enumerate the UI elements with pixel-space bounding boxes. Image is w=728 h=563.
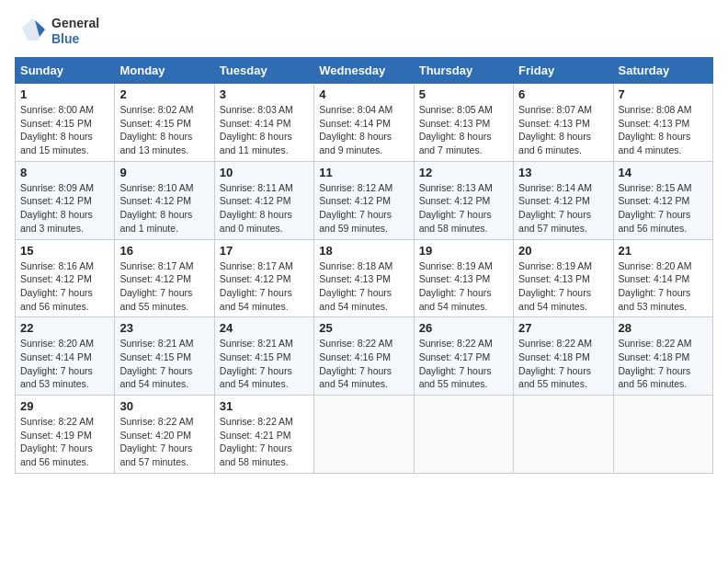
day-info: Sunrise: 8:19 AM Sunset: 4:13 PM Dayligh… bbox=[419, 259, 508, 314]
day-info: Sunrise: 8:02 AM Sunset: 4:15 PM Dayligh… bbox=[119, 103, 209, 157]
day-number: 16 bbox=[119, 244, 209, 258]
calendar-cell: 17 Sunrise: 8:17 AM Sunset: 4:12 PM Dayl… bbox=[214, 239, 313, 317]
calendar-cell: 1 Sunrise: 8:00 AM Sunset: 4:15 PM Dayli… bbox=[16, 84, 115, 162]
day-number: 10 bbox=[220, 166, 309, 179]
day-info: Sunrise: 8:22 AM Sunset: 4:19 PM Dayligh… bbox=[20, 415, 109, 469]
day-number: 1 bbox=[20, 87, 109, 101]
calendar-cell: 2 Sunrise: 8:02 AM Sunset: 4:15 PM Dayli… bbox=[115, 84, 214, 162]
day-info: Sunrise: 8:20 AM Sunset: 4:14 PM Dayligh… bbox=[20, 337, 109, 391]
day-info: Sunrise: 8:22 AM Sunset: 4:18 PM Dayligh… bbox=[518, 337, 608, 391]
weekday-header: Thursday bbox=[414, 58, 513, 84]
calendar-cell: 26 Sunrise: 8:22 AM Sunset: 4:17 PM Dayl… bbox=[414, 317, 513, 396]
day-info: Sunrise: 8:03 AM Sunset: 4:14 PM Dayligh… bbox=[220, 103, 309, 157]
weekday-header: Monday bbox=[115, 58, 214, 84]
day-info: Sunrise: 8:08 AM Sunset: 4:13 PM Dayligh… bbox=[619, 103, 708, 157]
day-info: Sunrise: 8:18 AM Sunset: 4:13 PM Dayligh… bbox=[319, 259, 408, 314]
calendar-cell: 31 Sunrise: 8:22 AM Sunset: 4:21 PM Dayl… bbox=[214, 396, 313, 474]
calendar-cell: 24 Sunrise: 8:21 AM Sunset: 4:15 PM Dayl… bbox=[214, 317, 313, 396]
day-info: Sunrise: 8:13 AM Sunset: 4:12 PM Dayligh… bbox=[419, 181, 508, 236]
calendar-week-row: 22 Sunrise: 8:20 AM Sunset: 4:14 PM Dayl… bbox=[16, 317, 713, 396]
calendar-cell: 4 Sunrise: 8:04 AM Sunset: 4:14 PM Dayli… bbox=[314, 84, 414, 162]
weekday-header: Saturday bbox=[613, 58, 712, 84]
calendar-cell: 14 Sunrise: 8:15 AM Sunset: 4:12 PM Dayl… bbox=[613, 161, 712, 239]
calendar-cell: 21 Sunrise: 8:20 AM Sunset: 4:14 PM Dayl… bbox=[613, 239, 712, 317]
page-header: General Blue bbox=[15, 15, 713, 48]
day-number: 25 bbox=[319, 321, 408, 335]
day-number: 23 bbox=[119, 321, 209, 335]
calendar-cell: 5 Sunrise: 8:05 AM Sunset: 4:13 PM Dayli… bbox=[414, 84, 513, 162]
day-number: 6 bbox=[518, 87, 608, 101]
logo-svg bbox=[15, 15, 48, 48]
calendar-cell bbox=[314, 396, 414, 474]
day-info: Sunrise: 8:12 AM Sunset: 4:12 PM Dayligh… bbox=[319, 181, 408, 236]
day-number: 15 bbox=[20, 244, 109, 258]
day-number: 21 bbox=[619, 244, 708, 258]
day-number: 31 bbox=[220, 399, 309, 413]
calendar-cell: 11 Sunrise: 8:12 AM Sunset: 4:12 PM Dayl… bbox=[314, 161, 414, 239]
day-number: 17 bbox=[220, 244, 309, 258]
calendar-week-row: 8 Sunrise: 8:09 AM Sunset: 4:12 PM Dayli… bbox=[16, 161, 713, 239]
day-info: Sunrise: 8:09 AM Sunset: 4:12 PM Dayligh… bbox=[20, 181, 109, 236]
calendar-cell: 9 Sunrise: 8:10 AM Sunset: 4:12 PM Dayli… bbox=[115, 161, 214, 239]
day-number: 5 bbox=[419, 87, 508, 101]
calendar-cell: 10 Sunrise: 8:11 AM Sunset: 4:12 PM Dayl… bbox=[214, 161, 313, 239]
weekday-header: Tuesday bbox=[214, 58, 313, 84]
calendar-cell: 25 Sunrise: 8:22 AM Sunset: 4:16 PM Dayl… bbox=[314, 317, 414, 396]
day-info: Sunrise: 8:19 AM Sunset: 4:13 PM Dayligh… bbox=[518, 259, 608, 314]
calendar-cell: 30 Sunrise: 8:22 AM Sunset: 4:20 PM Dayl… bbox=[115, 396, 214, 474]
calendar-cell: 13 Sunrise: 8:14 AM Sunset: 4:12 PM Dayl… bbox=[514, 161, 613, 239]
day-info: Sunrise: 8:21 AM Sunset: 4:15 PM Dayligh… bbox=[119, 337, 209, 391]
logo-general: General bbox=[51, 16, 99, 31]
calendar-cell: 20 Sunrise: 8:19 AM Sunset: 4:13 PM Dayl… bbox=[514, 239, 613, 317]
day-info: Sunrise: 8:04 AM Sunset: 4:14 PM Dayligh… bbox=[319, 103, 408, 157]
day-number: 9 bbox=[119, 166, 209, 179]
calendar-cell: 22 Sunrise: 8:20 AM Sunset: 4:14 PM Dayl… bbox=[16, 317, 115, 396]
calendar-body: 1 Sunrise: 8:00 AM Sunset: 4:15 PM Dayli… bbox=[16, 84, 713, 474]
day-number: 2 bbox=[119, 87, 209, 101]
day-number: 28 bbox=[619, 321, 708, 335]
day-number: 20 bbox=[518, 244, 608, 258]
day-info: Sunrise: 8:11 AM Sunset: 4:12 PM Dayligh… bbox=[220, 181, 309, 236]
calendar-week-row: 29 Sunrise: 8:22 AM Sunset: 4:19 PM Dayl… bbox=[16, 396, 713, 474]
calendar-cell: 16 Sunrise: 8:17 AM Sunset: 4:12 PM Dayl… bbox=[115, 239, 214, 317]
calendar-cell: 8 Sunrise: 8:09 AM Sunset: 4:12 PM Dayli… bbox=[16, 161, 115, 239]
day-info: Sunrise: 8:22 AM Sunset: 4:16 PM Dayligh… bbox=[319, 337, 408, 391]
day-info: Sunrise: 8:16 AM Sunset: 4:12 PM Dayligh… bbox=[20, 259, 109, 314]
day-info: Sunrise: 8:07 AM Sunset: 4:13 PM Dayligh… bbox=[518, 103, 608, 157]
day-info: Sunrise: 8:22 AM Sunset: 4:18 PM Dayligh… bbox=[619, 337, 708, 391]
calendar-cell bbox=[514, 396, 613, 474]
day-info: Sunrise: 8:05 AM Sunset: 4:13 PM Dayligh… bbox=[419, 103, 508, 157]
weekday-header: Wednesday bbox=[314, 58, 414, 84]
day-number: 12 bbox=[419, 166, 508, 179]
calendar-cell: 3 Sunrise: 8:03 AM Sunset: 4:14 PM Dayli… bbox=[214, 84, 313, 162]
calendar-cell: 29 Sunrise: 8:22 AM Sunset: 4:19 PM Dayl… bbox=[16, 396, 115, 474]
calendar-cell bbox=[613, 396, 712, 474]
day-info: Sunrise: 8:15 AM Sunset: 4:12 PM Dayligh… bbox=[619, 181, 708, 236]
day-number: 7 bbox=[619, 87, 708, 101]
weekday-header: Sunday bbox=[16, 58, 115, 84]
day-number: 14 bbox=[619, 166, 708, 179]
day-number: 24 bbox=[220, 321, 309, 335]
calendar-cell: 15 Sunrise: 8:16 AM Sunset: 4:12 PM Dayl… bbox=[16, 239, 115, 317]
calendar-cell: 28 Sunrise: 8:22 AM Sunset: 4:18 PM Dayl… bbox=[613, 317, 712, 396]
calendar-cell: 23 Sunrise: 8:21 AM Sunset: 4:15 PM Dayl… bbox=[115, 317, 214, 396]
day-number: 8 bbox=[20, 166, 109, 179]
day-info: Sunrise: 8:14 AM Sunset: 4:12 PM Dayligh… bbox=[518, 181, 608, 236]
calendar-header-row: SundayMondayTuesdayWednesdayThursdayFrid… bbox=[16, 58, 713, 84]
day-info: Sunrise: 8:20 AM Sunset: 4:14 PM Dayligh… bbox=[619, 259, 708, 314]
calendar-cell: 6 Sunrise: 8:07 AM Sunset: 4:13 PM Dayli… bbox=[514, 84, 613, 162]
day-info: Sunrise: 8:00 AM Sunset: 4:15 PM Dayligh… bbox=[20, 103, 109, 157]
day-number: 4 bbox=[319, 87, 408, 101]
calendar-cell: 19 Sunrise: 8:19 AM Sunset: 4:13 PM Dayl… bbox=[414, 239, 513, 317]
calendar-cell bbox=[414, 396, 513, 474]
day-number: 29 bbox=[20, 399, 109, 413]
calendar-cell: 18 Sunrise: 8:18 AM Sunset: 4:13 PM Dayl… bbox=[314, 239, 414, 317]
day-number: 18 bbox=[319, 244, 408, 258]
day-number: 19 bbox=[419, 244, 508, 258]
day-number: 27 bbox=[518, 321, 608, 335]
calendar-week-row: 1 Sunrise: 8:00 AM Sunset: 4:15 PM Dayli… bbox=[16, 84, 713, 162]
weekday-header: Friday bbox=[514, 58, 613, 84]
day-number: 11 bbox=[319, 166, 408, 179]
day-number: 30 bbox=[119, 399, 209, 413]
day-info: Sunrise: 8:10 AM Sunset: 4:12 PM Dayligh… bbox=[119, 181, 209, 236]
